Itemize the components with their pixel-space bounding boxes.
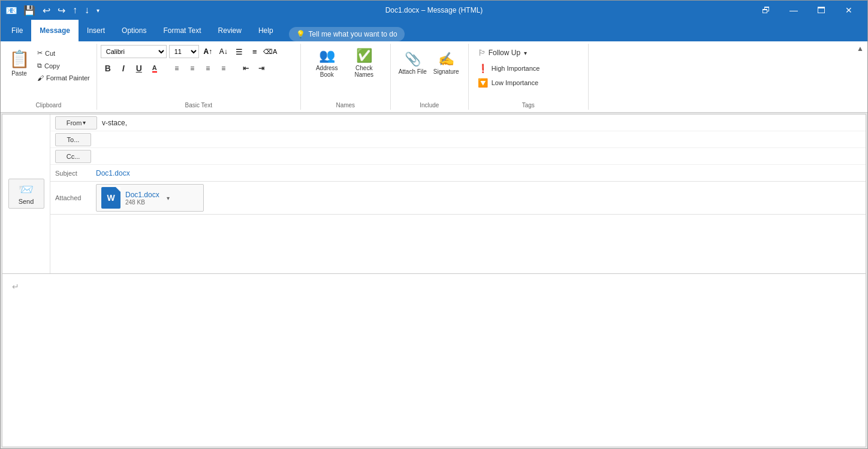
font-shrink-btn[interactable]: A↓ — [217, 45, 230, 58]
paste-button[interactable]: 📋 Paste — [4, 45, 34, 81]
underline-button[interactable]: U — [132, 61, 146, 76]
subject-input[interactable] — [96, 169, 861, 177]
paperclip-icon: 📎 — [405, 52, 421, 67]
to-button[interactable]: To... — [55, 133, 91, 146]
cc-label: Cc... — [67, 153, 80, 160]
attachment-item[interactable]: W Doc1.docx 248 KB ▾ — [96, 184, 204, 212]
font-name-select[interactable]: Calibri — [101, 45, 167, 58]
tab-format-text[interactable]: Format Text — [155, 20, 209, 41]
names-group: 👥 Address Book ✅ Check Names Names — [301, 44, 391, 110]
high-importance-icon: ❗ — [478, 64, 488, 73]
attached-label: Attached — [55, 194, 91, 201]
low-importance-button[interactable]: 🔽 Low Importance — [472, 76, 584, 89]
return-symbol: ↵ — [12, 282, 19, 291]
font-color-btn[interactable]: A — [147, 61, 162, 76]
subject-row: Subject — [50, 165, 866, 182]
attach-file-button[interactable]: 📎 Attach File — [397, 45, 428, 81]
align-right-btn[interactable]: ≡ — [201, 61, 215, 76]
lightbulb-icon: 💡 — [296, 30, 305, 38]
format-painter-button[interactable]: 🖌 Format Painter — [34, 73, 93, 83]
cc-input[interactable] — [96, 152, 861, 161]
increase-indent-btn[interactable]: ⇥ — [254, 61, 269, 76]
low-importance-icon: 🔽 — [478, 78, 488, 88]
tab-options[interactable]: Options — [113, 20, 155, 41]
from-input[interactable] — [102, 119, 861, 127]
cut-button[interactable]: ✂ Cut — [34, 47, 93, 59]
move-up-quick-btn[interactable]: ↑ — [70, 4, 80, 17]
attach-file-label: Attach File — [399, 68, 427, 75]
align-left-btn[interactable]: ≡ — [170, 61, 184, 76]
high-importance-label: High Importance — [492, 65, 540, 72]
undo-quick-btn[interactable]: ↩ — [40, 4, 53, 17]
window-controls: 🗗 — 🗖 ✕ — [752, 1, 863, 20]
format-row: B I U A ≡ ≡ ≡ ≡ ⇤ ⇥ — [101, 61, 297, 76]
font-size-select[interactable]: 11 — [169, 45, 199, 58]
to-label: To... — [67, 136, 80, 143]
title-bar: 📧 💾 ↩ ↪ ↑ ↓ ▾ Doc1.docx – Message (HTML)… — [1, 1, 867, 20]
attachment-size: 248 KB — [125, 199, 159, 206]
follow-up-label: Follow Up — [489, 49, 520, 57]
flag-icon: 🏳 — [478, 48, 486, 58]
save-quick-btn[interactable]: 💾 — [21, 4, 38, 17]
tags-content: 🏳 Follow Up ▾ ❗ High Importance 🔽 Low Im… — [472, 45, 584, 99]
high-importance-button[interactable]: ❗ High Importance — [472, 62, 584, 75]
include-group-label: Include — [391, 102, 468, 109]
from-label: From — [67, 119, 82, 126]
cc-button[interactable]: Cc... — [55, 150, 91, 163]
basic-text-group-label: Basic Text — [97, 102, 300, 109]
format-painter-label: Format Painter — [46, 74, 90, 82]
clipboard-small-buttons: ✂ Cut ⧉ Copy 🖌 Format Painter — [34, 45, 93, 83]
move-down-quick-btn[interactable]: ↓ — [82, 4, 92, 17]
subject-label: Subject — [55, 170, 91, 177]
paste-label: Paste — [11, 70, 27, 77]
address-book-button[interactable]: 👥 Address Book — [309, 45, 344, 81]
minimize-btn[interactable]: — — [780, 1, 807, 20]
justify-btn[interactable]: ≡ — [216, 61, 231, 76]
compose-body[interactable]: ↵ — [2, 274, 866, 448]
follow-up-button[interactable]: 🏳 Follow Up ▾ — [472, 45, 584, 61]
clear-format-btn[interactable]: ⌫A — [264, 45, 277, 58]
tab-insert[interactable]: Insert — [79, 20, 113, 41]
signature-icon: ✍ — [438, 52, 454, 67]
bullet-list-btn[interactable]: ☰ — [233, 45, 246, 58]
clipboard-group: 📋 Paste ✂ Cut ⧉ Copy 🖌 Format Painter Cl… — [1, 44, 97, 110]
numbered-list-btn[interactable]: ≡ — [248, 45, 261, 58]
close-btn[interactable]: ✕ — [835, 1, 863, 20]
signature-button[interactable]: ✍ Signature — [430, 45, 462, 81]
clipboard-group-label: Clipboard — [1, 102, 97, 109]
decrease-indent-btn[interactable]: ⇤ — [239, 61, 253, 76]
copy-button[interactable]: ⧉ Copy — [34, 60, 93, 71]
follow-up-dropdown-icon: ▾ — [524, 50, 527, 56]
ribbon-tabs: File Message Insert Options Format Text … — [1, 20, 867, 41]
customize-quick-btn[interactable]: ▾ — [94, 6, 102, 15]
tab-message[interactable]: Message — [31, 20, 79, 41]
attachment-filename: Doc1.docx — [125, 191, 159, 199]
tab-help[interactable]: Help — [250, 20, 282, 41]
bold-button[interactable]: B — [101, 61, 115, 76]
ribbon-collapse-btn[interactable]: ▲ — [855, 44, 865, 53]
from-button[interactable]: From ▾ — [55, 116, 97, 129]
title-bar-left: 📧 💾 ↩ ↪ ↑ ↓ ▾ — [5, 4, 102, 17]
tab-file[interactable]: File — [3, 20, 31, 41]
tags-group: 🏳 Follow Up ▾ ❗ High Importance 🔽 Low Im… — [469, 44, 589, 110]
restore-btn[interactable]: 🗗 — [752, 1, 780, 20]
tab-review[interactable]: Review — [210, 20, 250, 41]
compose-container: 📨 Send From ▾ To... — [2, 114, 866, 274]
align-center-btn[interactable]: ≡ — [185, 61, 200, 76]
font-row: Calibri 11 A↑ A↓ ☰ ≡ ⌫A — [101, 45, 297, 58]
send-button[interactable]: 📨 Send — [8, 179, 44, 209]
tell-me-input[interactable]: 💡 Tell me what you want to do — [289, 27, 405, 41]
maximize-btn[interactable]: 🗖 — [807, 1, 835, 20]
to-input[interactable] — [96, 135, 861, 144]
signature-label: Signature — [433, 68, 459, 75]
address-book-icon: 👥 — [319, 48, 335, 64]
names-group-label: Names — [301, 102, 390, 109]
address-book-label: Address Book — [310, 65, 343, 78]
cut-label: Cut — [45, 50, 55, 57]
italic-button[interactable]: I — [116, 61, 131, 76]
font-grow-btn[interactable]: A↑ — [201, 45, 215, 58]
attachment-dropdown-icon[interactable]: ▾ — [167, 195, 170, 201]
redo-quick-btn[interactable]: ↪ — [55, 4, 68, 17]
fields-area: From ▾ To... Cc... — [50, 114, 866, 273]
check-names-button[interactable]: ✅ Check Names — [346, 45, 381, 81]
